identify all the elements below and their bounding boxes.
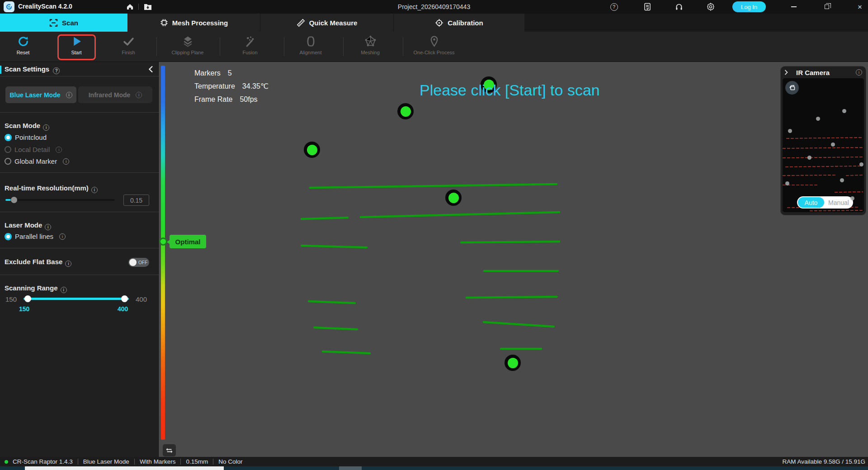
restore-button[interactable] — [821, 2, 833, 12]
fusion-icon — [244, 35, 256, 47]
tab-mesh-processing[interactable]: Mesh Processing — [127, 14, 260, 32]
infrared-mode-button[interactable]: Infrared Mode i — [78, 86, 152, 103]
scanning-range-slider[interactable] — [24, 298, 129, 300]
ir-laser-line — [783, 175, 837, 176]
resolution-slider-knob[interactable] — [11, 197, 17, 203]
quick-measure-icon — [297, 19, 305, 27]
alignment-label: Alignment — [300, 50, 322, 55]
home-button[interactable] — [125, 2, 135, 11]
one-click-process-button[interactable]: One-Click Process — [409, 35, 459, 55]
blue-laser-mode-label: Blue Laser Mode — [9, 91, 60, 99]
radio-local-detail[interactable]: Local Detail i — [5, 146, 62, 153]
local-detail-label: Local Detail — [14, 146, 50, 153]
ir-marker-dot — [816, 117, 820, 121]
laser-mode-info-icon[interactable]: i — [45, 224, 51, 230]
minimize-button[interactable] — [788, 2, 800, 12]
resolution-slider-fill — [5, 199, 11, 201]
status-markers-mode: With Markers — [140, 458, 176, 465]
scan-mode-label: Scan Modei — [5, 122, 49, 131]
reset-button[interactable]: Reset — [0, 35, 48, 55]
resolution-value-input[interactable]: 0.15 — [123, 195, 149, 206]
exclude-flat-base-info-icon[interactable]: i — [65, 261, 71, 267]
clipping-plane-button[interactable]: Clipping Plane — [163, 35, 212, 55]
auto-mode-option[interactable]: Auto — [798, 197, 824, 208]
ir-laser-line — [835, 192, 863, 192]
meshing-button[interactable]: Meshing — [345, 35, 395, 55]
scan-viewport[interactable] — [159, 62, 868, 457]
exclude-flat-base-label: Exclude Flat Basei — [5, 258, 71, 267]
finish-label: Finish — [122, 50, 135, 55]
section-divider — [0, 172, 159, 173]
status-color-mode: No Color — [218, 458, 242, 465]
blue-laser-mode-button[interactable]: Blue Laser Mode i — [5, 86, 76, 103]
login-button[interactable]: Log In — [732, 1, 766, 12]
ir-laser-line — [846, 175, 863, 176]
toggle-state-label: OFF — [138, 260, 147, 265]
ir-camera-panel: IR Camera i Auto Manual — [780, 66, 866, 215]
open-project-button[interactable] — [143, 2, 153, 11]
settings-gear-button[interactable] — [706, 2, 716, 11]
radio-global-marker[interactable]: Global Marker i — [5, 157, 69, 165]
title-bar: CrealityScan 4.2.0 Project_2026040917044… — [0, 0, 868, 14]
main-tab-bar: Scan Mesh Processing Quick Measure Calib… — [0, 14, 868, 32]
ir-camera-info-icon[interactable]: i — [856, 69, 862, 76]
tab-scan-label: Scan — [62, 19, 78, 27]
close-button[interactable]: × — [854, 2, 866, 12]
radio-parallel-lines[interactable]: Parallel lines i — [5, 233, 66, 240]
tab-quick-measure[interactable]: Quick Measure — [260, 14, 393, 32]
ir-camera-feed: Auto Manual — [783, 78, 864, 212]
feedback-button[interactable] — [642, 2, 652, 11]
status-separator — [134, 459, 135, 465]
manual-mode-option[interactable]: Manual — [824, 199, 853, 206]
local-detail-info-icon[interactable]: i — [56, 147, 62, 153]
swap-view-button[interactable] — [163, 444, 176, 456]
device-connected-dot — [5, 460, 8, 464]
alignment-icon — [305, 35, 317, 47]
crealityscan-window: CrealityScan 4.2.0 Project_2026040917044… — [0, 0, 868, 470]
range-knob-min[interactable] — [24, 295, 31, 302]
ir-marker-dot — [785, 181, 789, 185]
toolbar-separator — [156, 37, 157, 56]
reset-label: Reset — [17, 50, 30, 55]
panel-accent-bar — [0, 66, 1, 74]
tab-calibration[interactable]: Calibration — [393, 14, 524, 32]
infrared-info-icon[interactable]: i — [136, 92, 142, 98]
status-separator — [213, 459, 213, 465]
ir-marker-dot — [859, 162, 863, 166]
ir-camera-header[interactable]: IR Camera i — [781, 66, 866, 78]
scanning-range-info-icon[interactable]: i — [61, 287, 67, 293]
scan-settings-help-icon[interactable]: ? — [53, 67, 60, 74]
alignment-button[interactable]: Alignment — [286, 35, 335, 55]
radio-pointcloud[interactable]: Pointcloud — [5, 133, 47, 141]
range-knob-max[interactable] — [121, 295, 128, 302]
ir-marker-dot — [807, 156, 811, 160]
ir-marker-dot — [788, 129, 792, 133]
range-min-value: 150 — [19, 305, 29, 313]
fusion-button[interactable]: Fusion — [225, 35, 275, 55]
scan-mode-info-icon[interactable]: i — [43, 124, 49, 131]
blue-laser-info-icon[interactable]: i — [66, 92, 72, 98]
start-icon — [71, 35, 83, 47]
parallel-lines-info-icon[interactable]: i — [59, 233, 66, 240]
taskbar-strip — [0, 466, 868, 470]
ir-laser-lines — [783, 78, 864, 212]
resolution-info-icon[interactable]: i — [91, 187, 98, 193]
tab-mesh-label: Mesh Processing — [172, 19, 228, 27]
rotate-view-button[interactable] — [785, 81, 799, 95]
support-headset-button[interactable] — [674, 2, 684, 11]
tab-scan[interactable]: Scan — [0, 14, 127, 32]
status-separator — [180, 459, 181, 465]
section-divider — [0, 76, 159, 76]
resolution-slider[interactable] — [5, 199, 115, 201]
exposure-mode-toggle[interactable]: Auto Manual — [797, 196, 853, 209]
ir-laser-line — [783, 147, 863, 148]
finish-button[interactable]: Finish — [104, 35, 153, 55]
scan-settings-panel: Scan Settings? Blue Laser Mode i Infrare… — [0, 62, 159, 457]
global-marker-info-icon[interactable]: i — [63, 158, 69, 165]
start-button[interactable]: Start — [52, 35, 101, 55]
fusion-label: Fusion — [242, 50, 257, 55]
exclude-flat-base-toggle[interactable]: OFF — [128, 258, 149, 267]
titlebar-separator — [138, 4, 139, 10]
help-button[interactable]: ? — [609, 2, 619, 11]
collapse-panel-button[interactable] — [148, 66, 153, 75]
